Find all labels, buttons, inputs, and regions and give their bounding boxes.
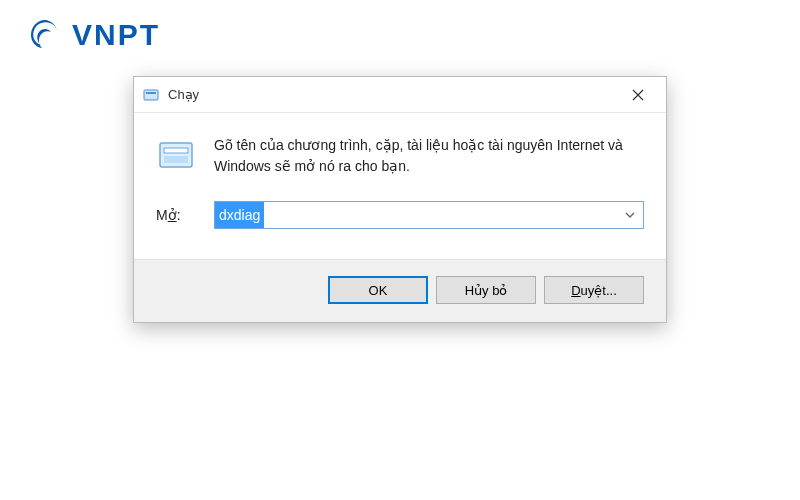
vnpt-swirl-icon <box>28 18 62 52</box>
run-app-icon <box>142 86 160 104</box>
run-large-icon <box>156 135 196 175</box>
cancel-button[interactable]: Hủy bỏ <box>436 276 536 304</box>
open-combobox[interactable]: dxdiag <box>214 201 644 229</box>
dialog-title: Chạy <box>168 87 616 102</box>
dialog-body: Gõ tên của chương trình, cặp, tài liệu h… <box>134 113 666 229</box>
dialog-description: Gõ tên của chương trình, cặp, tài liệu h… <box>214 135 644 177</box>
browse-button[interactable]: Duyệt... <box>544 276 644 304</box>
svg-rect-2 <box>160 143 192 167</box>
close-button[interactable] <box>616 80 660 110</box>
titlebar: Chạy <box>134 77 666 113</box>
open-input[interactable] <box>214 201 644 229</box>
svg-rect-1 <box>146 92 156 94</box>
dialog-footer: OK Hủy bỏ Duyệt... <box>134 259 666 322</box>
brand-text: VNPT <box>72 18 160 52</box>
brand-logo: VNPT <box>28 18 160 52</box>
combobox-toggle[interactable] <box>622 201 638 229</box>
svg-rect-3 <box>164 148 188 153</box>
chevron-down-icon <box>625 212 635 218</box>
ok-button[interactable]: OK <box>328 276 428 304</box>
svg-rect-4 <box>164 156 188 163</box>
svg-rect-0 <box>144 90 158 100</box>
run-dialog: Chạy Gõ tên của chương trình, cặp, tài l… <box>133 76 667 323</box>
close-icon <box>632 89 644 101</box>
open-label: Mở: <box>156 207 196 223</box>
